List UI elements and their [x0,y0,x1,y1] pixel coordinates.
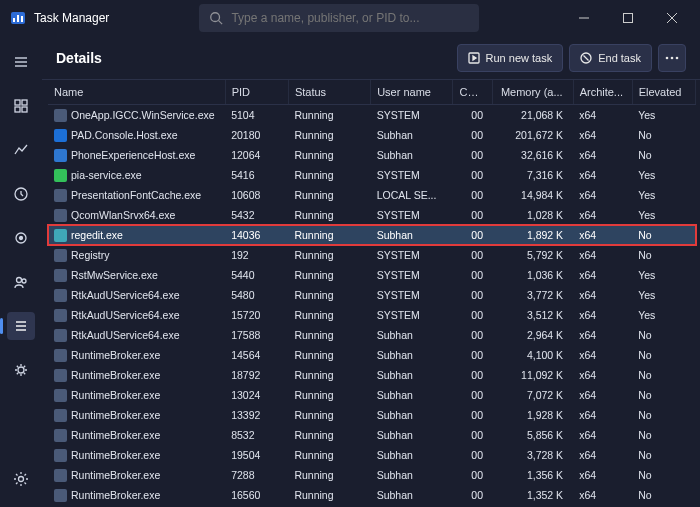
col-user[interactable]: User name [371,80,453,105]
nav-settings[interactable] [7,465,35,493]
cell-name: RuntimeBroker.exe [48,405,225,425]
table-row[interactable]: QcomWlanSrvx64.exe5432RunningSYSTEM001,0… [48,205,696,225]
cell-cpu: 00 [453,225,493,245]
table-row[interactable]: PresentationFontCache.exe10608RunningLOC… [48,185,696,205]
process-icon [54,409,67,422]
table-row[interactable]: RuntimeBroker.exe8532RunningSubhan005,85… [48,425,696,445]
cell-name: PAD.Console.Host.exe [48,125,225,145]
hamburger-icon[interactable] [7,48,35,76]
table-row[interactable]: RuntimeBroker.exe19504RunningSubhan003,7… [48,445,696,465]
nav-app-history[interactable] [7,180,35,208]
cell-arch: x64 [573,165,632,185]
col-arch[interactable]: Archite... [573,80,632,105]
cell-status: Running [288,125,370,145]
cell-status: Running [288,365,370,385]
cell-cpu: 00 [453,105,493,126]
cell-elevated: No [632,245,695,265]
table-row[interactable]: RuntimeBroker.exe7288RunningSubhan001,35… [48,465,696,485]
main-header: Details Run new task End task [42,36,700,80]
cell-pid: 192 [225,245,288,265]
cell-arch: x64 [573,485,632,505]
search-box[interactable] [199,4,479,32]
cell-user: SYSTEM [371,265,453,285]
col-pid[interactable]: PID [225,80,288,105]
cell-name: RuntimeBroker.exe [48,365,225,385]
nav-details[interactable] [7,312,35,340]
cell-pid: 15720 [225,305,288,325]
cell-user: Subhan [371,465,453,485]
cell-status: Running [288,465,370,485]
table-row[interactable]: RuntimeBroker.exe13392RunningSubhan001,9… [48,405,696,425]
search-input[interactable] [231,11,469,25]
minimize-button[interactable] [562,2,606,34]
cell-name: Registry [48,245,225,265]
table-row[interactable]: pia-service.exe5416RunningSYSTEM007,316 … [48,165,696,185]
process-icon [54,189,67,202]
cell-name: RuntimeBroker.exe [48,425,225,445]
cell-arch: x64 [573,245,632,265]
cell-pid: 8532 [225,425,288,445]
cell-elevated: No [632,145,695,165]
svg-rect-13 [15,100,20,105]
nav-startup[interactable] [7,224,35,252]
cell-arch: x64 [573,145,632,165]
cell-name: RuntimeBroker.exe [48,445,225,465]
cell-memory: 5,792 K [493,245,573,265]
more-options-button[interactable] [658,44,686,72]
col-name[interactable]: Name [48,80,225,105]
end-task-button[interactable]: End task [569,44,652,72]
cell-arch: x64 [573,345,632,365]
svg-rect-16 [22,107,27,112]
nav-users[interactable] [7,268,35,296]
col-status[interactable]: Status [288,80,370,105]
maximize-button[interactable] [606,2,650,34]
cell-elevated: No [632,385,695,405]
cell-arch: x64 [573,185,632,205]
table-row[interactable]: RuntimeBroker.exe16560RunningSubhan001,3… [48,485,696,505]
table-row[interactable]: PAD.Console.Host.exe20180RunningSubhan00… [48,125,696,145]
table-row[interactable]: RtkAudUService64.exe15720RunningSYSTEM00… [48,305,696,325]
cell-arch: x64 [573,225,632,245]
table-row[interactable]: PhoneExperienceHost.exe12064RunningSubha… [48,145,696,165]
cell-elevated: No [632,485,695,505]
cell-elevated: No [632,345,695,365]
col-memory[interactable]: Memory (a... [493,80,573,105]
table-row[interactable]: OneApp.IGCC.WinService.exe5104RunningSYS… [48,105,696,126]
cell-pid: 13024 [225,385,288,405]
process-table[interactable]: Name PID Status User name CPU Memory (a.… [42,80,700,507]
cell-memory: 32,616 K [493,145,573,165]
table-row[interactable]: Registry192RunningSYSTEM005,792 Kx64No [48,245,696,265]
run-new-task-button[interactable]: Run new task [457,44,564,72]
nav-processes[interactable] [7,92,35,120]
svg-rect-15 [15,107,20,112]
table-row[interactable]: RuntimeBroker.exe13024RunningSubhan007,0… [48,385,696,405]
table-row[interactable]: RuntimeBroker.exe18792RunningSubhan0011,… [48,365,696,385]
close-button[interactable] [650,2,694,34]
cell-pid: 20180 [225,125,288,145]
nav-performance[interactable] [7,136,35,164]
cell-name: RtkAudUService64.exe [48,285,225,305]
column-header-row[interactable]: Name PID Status User name CPU Memory (a.… [48,80,696,105]
table-row[interactable]: RtkAudUService64.exe17588RunningSubhan00… [48,325,696,345]
cell-memory: 2,964 K [493,325,573,345]
cell-pid: 14036 [225,225,288,245]
cell-status: Running [288,285,370,305]
table-row[interactable]: RtkAudUService64.exe5480RunningSYSTEM003… [48,285,696,305]
process-icon [54,169,67,182]
table-row[interactable]: RstMwService.exe5440RunningSYSTEM001,036… [48,265,696,285]
table-row[interactable]: regedit.exe14036RunningSubhan001,892 Kx6… [48,225,696,245]
table-row[interactable]: RuntimeBroker.exe14564RunningSubhan004,1… [48,345,696,365]
cell-cpu: 00 [453,385,493,405]
cell-cpu: 00 [453,325,493,345]
process-icon [54,129,67,142]
cell-pid: 5480 [225,285,288,305]
cell-memory: 1,892 K [493,225,573,245]
cell-user: Subhan [371,405,453,425]
process-icon [54,329,67,342]
nav-services[interactable] [7,356,35,384]
col-cpu[interactable]: CPU [453,80,493,105]
col-elevated[interactable]: Elevated [632,80,695,105]
svg-marker-28 [473,56,476,60]
cell-pid: 19504 [225,445,288,465]
cell-status: Running [288,245,370,265]
